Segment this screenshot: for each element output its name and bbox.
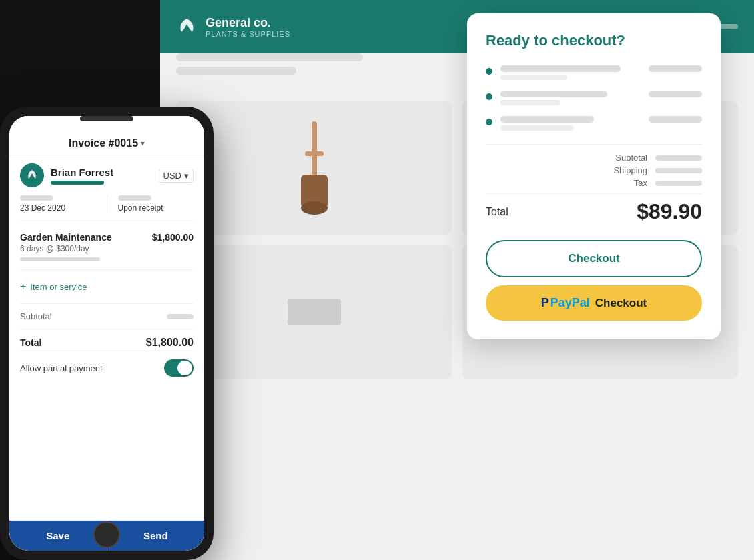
add-item-button[interactable]: + Item or service [20, 275, 194, 298]
date-label-2 [118, 195, 151, 201]
phone-container: Invoice #0015 ▾ Brian Forrest [0, 107, 214, 560]
shovel-icon [281, 115, 348, 221]
date-col-1: 23 Dec 2020 [20, 195, 96, 213]
subtotal-line: Subtotal [486, 153, 702, 163]
add-item-label: Item or service [30, 282, 87, 292]
item-content-1 [500, 65, 641, 80]
filter-bar-placeholder [176, 67, 296, 75]
order-items [486, 65, 702, 131]
partial-payment-row: Allow partial payment [20, 351, 194, 385]
item-main-bar-1 [500, 65, 621, 72]
invoice-header[interactable]: Invoice #0015 ▾ [9, 132, 204, 155]
svg-point-2 [301, 201, 328, 215]
send-button[interactable]: Send [107, 521, 205, 551]
item-price-1 [649, 65, 702, 72]
shipping-line-bar [655, 168, 702, 173]
total-label: Total [20, 337, 41, 348]
total-line-amount: $89.90 [637, 199, 702, 224]
date-col-2: Upon receipt [118, 195, 194, 213]
tax-line-label: Tax [634, 178, 647, 188]
shipping-line-label: Shipping [613, 165, 647, 175]
item-content-3 [500, 116, 641, 131]
invoice-date: 23 Dec 2020 [20, 203, 96, 213]
paypal-aypal-icon: PayPal [550, 296, 590, 310]
item-dot-3 [486, 119, 492, 125]
line-item-desc: 6 days @ $300/day [20, 244, 194, 253]
item-price-3 [649, 116, 702, 123]
save-button[interactable]: Save [9, 521, 107, 551]
item-content-2 [500, 91, 641, 105]
client-bar [51, 181, 104, 185]
company-name: General co. [206, 16, 290, 30]
client-row: Brian Forrest USD ▾ [20, 163, 194, 187]
subtotal-value-bar [167, 314, 194, 319]
subtotal-line-bar [655, 155, 702, 161]
paypal-checkout-label: Checkout [595, 297, 647, 310]
order-item-1 [486, 65, 702, 80]
total-row: Total $1,800.00 [20, 335, 194, 351]
company-subtitle: PLANTS & SUPPLIES [206, 30, 290, 38]
product-card-3 [176, 245, 452, 379]
totals-section: Subtotal Shipping Tax Total $89.90 [486, 144, 702, 229]
paypal-logo: PPayPal [541, 296, 590, 310]
item-sub-bar-1 [500, 75, 567, 80]
invoice-dates: 23 Dec 2020 Upon receipt [20, 195, 194, 221]
plus-icon: + [20, 281, 26, 293]
modal-title: Ready to checkout? [486, 32, 702, 49]
phone-home-button[interactable] [93, 521, 120, 548]
total-line: Total $89.90 [486, 193, 702, 229]
invoice-divider-1 [20, 269, 194, 270]
product-placeholder-3 [288, 299, 341, 325]
currency-code: USD [163, 171, 181, 181]
item-sub-bar-2 [500, 100, 560, 105]
logo-icon [176, 16, 198, 37]
item-dot-1 [486, 68, 492, 75]
total-value: $1,800.00 [146, 337, 194, 349]
chevron-down-icon: ▾ [141, 139, 145, 148]
toggle-knob [177, 361, 192, 375]
order-item-2 [486, 91, 702, 105]
client-details: Brian Forrest [51, 167, 113, 185]
invoice-title: Invoice #0015 [69, 137, 138, 149]
item-main-bar-2 [500, 91, 607, 97]
due-date: Upon receipt [118, 203, 194, 213]
line-item-name: Garden Maintenance [20, 232, 112, 243]
currency-selector[interactable]: USD ▾ [159, 169, 194, 183]
phone-screen: Invoice #0015 ▾ Brian Forrest [9, 116, 204, 551]
phone-notch [80, 116, 133, 121]
line-item-1: Garden Maintenance $1,800.00 6 days @ $3… [20, 232, 194, 261]
avatar [20, 163, 44, 187]
invoice-body[interactable]: Brian Forrest USD ▾ 23 Dec 2020 [9, 155, 204, 520]
total-line-label: Total [486, 206, 508, 218]
subtotal-line-label: Subtotal [615, 153, 647, 163]
item-sub-bar-3 [500, 125, 574, 131]
client-info: Brian Forrest [20, 163, 113, 187]
paypal-checkout-button[interactable]: PPayPal Checkout [486, 285, 702, 321]
checkout-button[interactable]: Checkout [486, 240, 702, 277]
item-price-2 [649, 91, 702, 97]
avatar-leaf-icon [25, 169, 39, 182]
order-item-3 [486, 116, 702, 131]
item-dot-2 [486, 93, 492, 100]
invoice-divider-3 [20, 329, 194, 329]
product-card-1 [176, 101, 452, 235]
date-divider [107, 195, 107, 213]
subtotal-row: Subtotal [20, 309, 194, 323]
line-item-header: Garden Maintenance $1,800.00 [20, 232, 194, 243]
paypal-p-icon: P [541, 296, 549, 310]
partial-payment-toggle[interactable] [164, 359, 194, 377]
client-name: Brian Forrest [51, 167, 113, 178]
tax-line-bar [655, 181, 702, 186]
search-bar-placeholder [176, 53, 363, 61]
partial-payment-label: Allow partial payment [20, 363, 103, 373]
invoice-divider-2 [20, 303, 194, 304]
checkout-modal: Ready to checkout? [467, 13, 721, 339]
subtotal-label: Subtotal [20, 311, 52, 321]
shipping-line: Shipping [486, 165, 702, 175]
svg-rect-3 [305, 151, 324, 156]
currency-arrow: ▾ [184, 171, 189, 181]
phone-device: Invoice #0015 ▾ Brian Forrest [0, 107, 214, 560]
line-item-bar [20, 257, 100, 261]
tax-line: Tax [486, 178, 702, 188]
item-main-bar-3 [500, 116, 594, 123]
